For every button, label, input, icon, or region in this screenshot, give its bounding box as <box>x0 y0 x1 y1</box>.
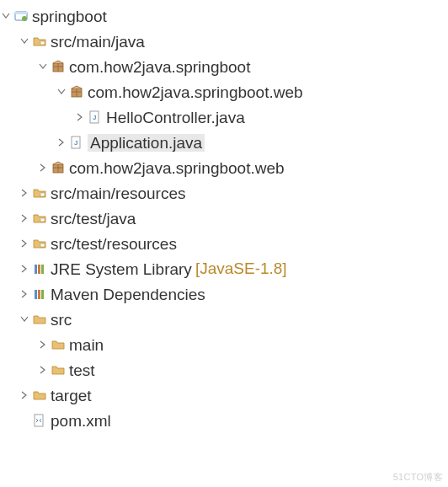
toggle-collapsed-icon[interactable] <box>19 212 30 224</box>
toggle-collapsed-icon[interactable] <box>37 339 49 351</box>
source-folder-icon <box>32 236 47 251</box>
src-test-resources-label: src/test/resources <box>51 236 177 252</box>
toggle-collapsed-icon[interactable] <box>19 389 30 401</box>
src-main-java-label: src/main/java <box>51 34 145 50</box>
toggle-expanded-icon[interactable] <box>0 10 12 22</box>
xml-file-icon <box>32 413 47 428</box>
toggle-collapsed-icon[interactable] <box>19 263 30 275</box>
source-folder-icon <box>32 211 47 226</box>
row-pom-xml[interactable]: pom.xml <box>0 408 448 433</box>
folder-icon <box>32 312 47 327</box>
target-folder-label: target <box>51 388 92 404</box>
library-icon <box>32 261 47 276</box>
jre-version-suffix: [JavaSE-1.8] <box>195 260 287 278</box>
src-folder-label: src <box>51 312 72 328</box>
toggle-expanded-icon[interactable] <box>56 86 67 98</box>
folder-icon <box>32 388 47 403</box>
toggle-expanded-icon[interactable] <box>37 61 49 72</box>
maven-deps-label: Maven Dependencies <box>51 286 205 302</box>
source-folder-icon <box>32 34 47 49</box>
row-application[interactable]: Application.java <box>0 130 448 155</box>
row-main-folder[interactable]: main <box>0 332 448 357</box>
project-root-label: springboot <box>32 8 107 24</box>
src-test-java-label: src/test/java <box>51 211 136 227</box>
source-folder-icon <box>32 185 47 201</box>
toggle-collapsed-icon[interactable] <box>56 136 67 148</box>
package-icon <box>51 160 66 175</box>
folder-icon <box>51 362 66 377</box>
pkg-base-label: com.how2java.springboot <box>69 59 250 75</box>
row-jre-library[interactable]: JRE System Library [JavaSE-1.8] <box>0 256 448 281</box>
row-pkg-web-collapsed[interactable]: com.how2java.springboot.web <box>0 155 448 180</box>
toggle-expanded-icon[interactable] <box>19 313 30 325</box>
row-src-folder[interactable]: src <box>0 307 448 332</box>
row-src-test-resources[interactable]: src/test/resources <box>0 231 448 256</box>
toggle-spacer <box>19 415 30 426</box>
row-pkg-base[interactable]: com.how2java.springboot <box>0 54 448 79</box>
row-target-folder[interactable]: target <box>0 383 448 408</box>
row-hello-controller[interactable]: HelloController.java <box>0 104 448 130</box>
row-src-test-java[interactable]: src/test/java <box>0 206 448 231</box>
toggle-collapsed-icon[interactable] <box>37 364 49 376</box>
pom-xml-label: pom.xml <box>51 413 111 429</box>
row-pkg-web-expanded[interactable]: com.how2java.springboot.web <box>0 79 448 104</box>
project-icon <box>13 8 29 24</box>
row-src-main-java[interactable]: src/main/java <box>0 29 448 54</box>
jre-library-label: JRE System Library <box>51 261 192 277</box>
toggle-collapsed-icon[interactable] <box>19 288 30 300</box>
toggle-expanded-icon[interactable] <box>19 35 30 47</box>
row-project-root[interactable]: springboot <box>0 3 448 29</box>
folder-icon <box>51 337 66 352</box>
test-folder-label: test <box>69 362 95 378</box>
toggle-collapsed-icon[interactable] <box>37 162 49 174</box>
library-icon <box>32 286 47 302</box>
pkg-web-collapsed-label: com.how2java.springboot.web <box>69 160 285 176</box>
java-file-icon <box>69 135 84 150</box>
main-folder-label: main <box>69 337 104 353</box>
project-tree: springboot src/main/java com.how2java.sp… <box>0 3 448 433</box>
toggle-collapsed-icon[interactable] <box>19 187 30 199</box>
src-main-resources-label: src/main/resources <box>51 185 186 201</box>
java-file-icon <box>88 110 103 125</box>
row-maven-deps[interactable]: Maven Dependencies <box>0 281 448 307</box>
row-test-folder[interactable]: test <box>0 357 448 383</box>
package-icon <box>69 84 84 99</box>
pkg-web-label: com.how2java.springboot.web <box>88 84 303 100</box>
toggle-collapsed-icon[interactable] <box>74 111 86 123</box>
row-src-main-resources[interactable]: src/main/resources <box>0 180 448 206</box>
application-label: Application.java <box>88 134 205 152</box>
hello-controller-label: HelloController.java <box>106 110 245 126</box>
watermark-text: 51CTO博客 <box>393 471 443 484</box>
package-icon <box>51 59 66 74</box>
toggle-collapsed-icon[interactable] <box>19 238 30 249</box>
